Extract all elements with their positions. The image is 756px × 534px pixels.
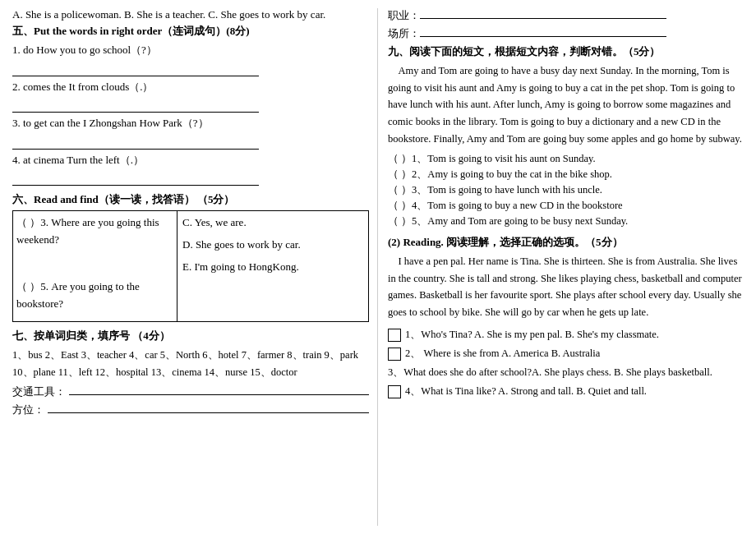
cat1-label: 交通工具： (12, 384, 66, 399)
zhiye-field: 职业： (388, 8, 744, 23)
passage-1: Amy and Tom are going to have a busy day… (388, 62, 744, 147)
match-a2: D. She goes to work by car. (182, 237, 363, 254)
match-q1: （ ）3. Where are you going this weekend? (16, 214, 173, 249)
cat2-label: 方位： (12, 403, 44, 417)
judge-3: （ ）3、Tom is going to have lunch with his… (388, 183, 744, 197)
classify-row-1: 交通工具： (12, 384, 369, 399)
s5-item-3: 3. to get can the I Zhongshan How Park（?… (12, 115, 369, 150)
cat2-answer (48, 402, 369, 413)
match-table-left: （ ）3. Where are you going this weekend? … (13, 211, 177, 320)
answer-options-text: A. She is a policewoman. B. She is a tea… (12, 8, 325, 21)
zhiye-answer (420, 18, 666, 19)
section-5: 五、Put the words in right order（连词成句）(8分)… (12, 24, 369, 186)
section-7-title: 七、按单词归类，填序号 （4分） (12, 329, 369, 343)
judge-5: （ ）5、Amy and Tom are going to be busy ne… (388, 214, 744, 228)
r2-item-4: 4、What is Tina like? A. Strong and tall.… (388, 383, 744, 399)
match-a3: E. I'm going to HongKong. (182, 259, 363, 276)
word-list: 1、bus 2、East 3、teacher 4、car 5、North 6、h… (12, 347, 369, 382)
s5-answer-3 (12, 149, 259, 150)
judge-2: （ ）2、Amy is going to buy the cat in the … (388, 168, 744, 182)
match-table-right: C. Yes, we are. D. She goes to work by c… (177, 211, 368, 320)
answer-option-line: A. She is a policewoman. B. She is a tea… (12, 8, 369, 21)
judge-list: （ ）1、Tom is going to visit his aunt on S… (388, 152, 744, 228)
s5-item-2: 2. comes the It from clouds（.） (12, 79, 369, 113)
r2-bracket-2 (388, 348, 401, 361)
section-6-title: 六、Read and find（读一读，找答语） （5分） (12, 192, 369, 207)
match-q2: （ ）5. Are you going to the bookstore? (16, 279, 173, 313)
right-column: 职业： 场所： 九、阅读下面的短文，根据短文内容，判断对错。（5分） Amy a… (378, 8, 744, 526)
section-9: (2) Reading. 阅读理解，选择正确的选项。（5分） I have a … (388, 235, 744, 399)
left-column: A. She is a policewoman. B. She is a tea… (12, 8, 378, 526)
r2-item-2: 2、 Where is she from A. America B. Austr… (388, 345, 744, 361)
s5-item-4: 4. at cinema Turn the left（.） (12, 152, 369, 186)
section-6: 六、Read and find（读一读，找答语） （5分） （ ）3. Wher… (12, 192, 369, 321)
classify-row-2: 方位： (12, 402, 369, 417)
judge-1: （ ）1、Tom is going to visit his aunt on S… (388, 152, 744, 166)
zhiye-label: 职业： (388, 8, 420, 23)
match-table: （ ）3. Where are you going this weekend? … (12, 210, 369, 321)
changsuo-label: 场所： (388, 26, 420, 41)
changsuo-field: 场所： (388, 26, 744, 41)
section-9-title: (2) Reading. 阅读理解，选择正确的选项。（5分） (388, 235, 744, 250)
changsuo-answer (420, 36, 666, 37)
section-8: 九、阅读下面的短文，根据短文内容，判断对错。（5分） Amy and Tom a… (388, 44, 744, 228)
reading2-list: 1、Who's Tina? A. She is my pen pal. B. S… (388, 326, 744, 399)
s5-answer-2 (12, 112, 259, 113)
r2-item-3: 3、What does she do after school?A. She p… (388, 364, 744, 380)
passage-2: I have a pen pal. Her name is Tina. She … (388, 253, 744, 321)
section-5-title: 五、Put the words in right order（连词成句）(8分) (12, 24, 369, 39)
s5-item-1: 1. do How you to go school（?） (12, 42, 369, 76)
section-7: 七、按单词归类，填序号 （4分） 1、bus 2、East 3、teacher … (12, 329, 369, 418)
cat1-answer (69, 384, 369, 395)
s5-answer-1 (12, 76, 259, 76)
judge-4: （ ）4、Tom is going to buy a new CD in the… (388, 199, 744, 213)
r2-item-1: 1、Who's Tina? A. She is my pen pal. B. S… (388, 326, 744, 343)
r2-bracket-1 (388, 329, 401, 342)
section-8-title: 九、阅读下面的短文，根据短文内容，判断对错。（5分） (388, 44, 744, 59)
match-a1: C. Yes, we are. (182, 214, 363, 232)
s5-answer-4 (12, 185, 259, 186)
r2-bracket-4 (388, 385, 401, 398)
